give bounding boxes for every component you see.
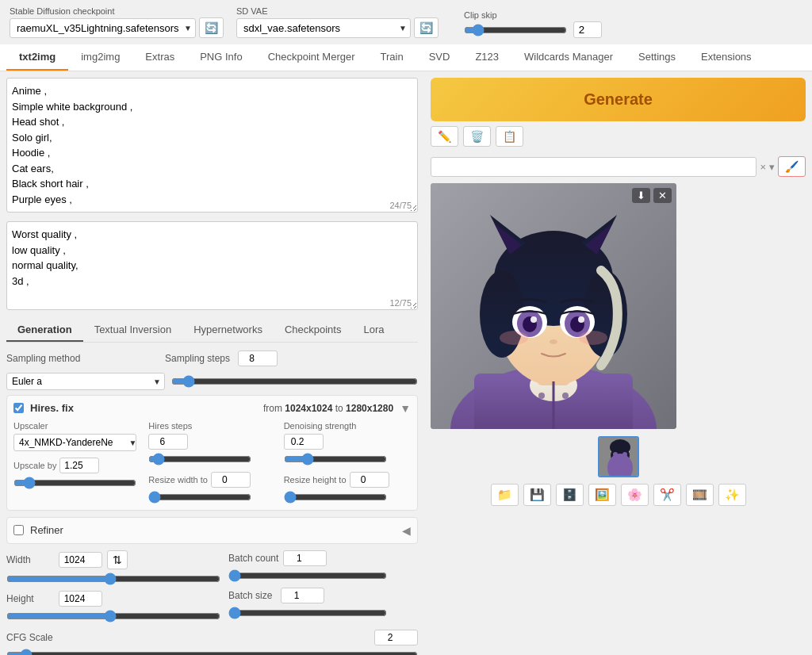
image-icon-button[interactable]: 🖼️ [588,484,616,506]
clip-skip-section: Clip skip 2 [464,10,602,38]
hires-header: Hires. fix from 1024x1024 to 1280x1280 ▼ [13,402,411,415]
thumbnail-image [599,438,639,477]
trash-button[interactable]: 🗑️ [463,126,491,147]
batch-count-input[interactable] [283,550,327,566]
flower-icon-button[interactable]: 🌸 [621,484,649,506]
clip-skip-value[interactable]: 2 [573,21,602,38]
batch-count-slider[interactable] [228,569,387,582]
style-x-icon[interactable]: × [760,161,766,173]
folder-icon-button[interactable]: 📁 [491,484,519,506]
image-close-button[interactable]: ✕ [653,188,672,203]
batch-count-row: Batch count [228,550,418,566]
image-container: ⬇ ✕ [431,183,676,429]
clip-skip-label: Clip skip [464,10,602,20]
upscale-by-row: Upscale by [13,458,140,473]
width-slider[interactable] [6,573,220,585]
crop-icon-button[interactable]: ✂️ [653,484,681,506]
hires-upscaler-select[interactable]: 4x_NMKD-YandereNe None ESRGAN_4x Lanczos [13,434,136,451]
generate-button[interactable]: Generate [431,78,806,121]
style-paint-button[interactable]: 🖌️ [778,156,806,177]
sub-tab-generation[interactable]: Generation [6,319,83,342]
tab-img2img[interactable]: img2img [68,44,132,71]
size-batch-section: Width ⇅ Height Batch count Batch [6,550,418,625]
denoising-label: Denoising strength [284,421,411,431]
hires-checkbox[interactable] [13,403,24,413]
batch-size-slider[interactable] [228,607,387,619]
hires-collapse-arrow[interactable]: ▼ [400,402,411,415]
width-row: Width ⇅ [6,550,220,569]
tab-svd[interactable]: SVD [416,44,463,71]
hires-steps-input[interactable] [148,434,188,450]
zip-icon-button[interactable]: 🗄️ [556,484,584,506]
sampling-steps-input[interactable]: 8 [238,350,278,366]
sampling-steps-slider[interactable] [171,375,418,388]
tab-txt2img[interactable]: txt2img [6,44,68,71]
svg-point-19 [530,316,537,323]
height-slider[interactable] [6,610,220,622]
cfg-scale-input[interactable] [374,630,418,645]
thumbnail-item[interactable] [598,436,639,477]
hires-section: Hires. fix from 1024x1024 to 1280x1280 ▼… [6,395,418,511]
tab-checkpoint-merger[interactable]: Checkpoint Merger [255,44,368,71]
resize-height-input[interactable] [350,472,389,488]
star-icon-button[interactable]: ✨ [718,484,746,506]
film-icon-button[interactable]: 🎞️ [686,484,714,506]
batch-size-input[interactable] [281,588,324,603]
style-chevron-icon[interactable]: ▾ [769,161,775,173]
sampling-section: Sampling method Sampling steps 8 Euler a… [6,350,418,390]
checkpoint-select[interactable]: raemuXL_v35Lightning.safetensors [10,18,196,38]
upscale-by-slider[interactable] [13,477,136,489]
sub-tab-textual-inversion[interactable]: Textual Inversion [83,319,183,342]
tab-wildcards[interactable]: Wildcards Manager [511,44,626,71]
hires-resolution: from 1024x1024 to 1280x1280 [263,403,393,414]
image-display-section: ⬇ ✕ [431,183,806,506]
tab-extensions[interactable]: Extensions [688,44,764,71]
resize-width-label: Resize width to [148,475,208,485]
negative-prompt-area: Worst quality , low quality , normal qua… [6,221,418,312]
save-icon-button[interactable]: 💾 [523,484,551,506]
thumbnail-row [431,436,806,477]
vae-refresh-button[interactable]: 🔄 [414,17,439,38]
resize-height-slider[interactable] [284,491,387,504]
refiner-label: Refiner [30,524,63,536]
clip-skip-slider[interactable] [464,24,567,36]
sampling-steps-label: Sampling steps [165,353,230,364]
tab-extras[interactable]: Extras [132,44,187,71]
batch-count-label: Batch count [228,553,278,564]
style-input[interactable] [431,157,756,177]
negative-prompt-input[interactable]: Worst quality , low quality , normal qua… [6,221,418,310]
hires-to-label: to [335,403,343,414]
clipboard-button[interactable]: 📋 [496,126,523,147]
hires-upscaler-label: Upscaler [13,421,140,431]
vae-section: SD VAE sdxl_vae.safetensors 🔄 [236,6,439,38]
resize-width-input[interactable] [211,472,251,488]
refiner-checkbox[interactable] [13,525,24,535]
sampling-method-select[interactable]: Euler a Euler DPM++ 2M DPM++ 2M Karras [6,373,165,390]
hires-steps-slider[interactable] [148,453,251,465]
denoising-input[interactable] [284,434,324,450]
tab-settings[interactable]: Settings [626,44,688,71]
cfg-scale-slider[interactable] [6,649,418,656]
resize-height-label: Resize height to [284,475,347,485]
image-download-button[interactable]: ⬇ [632,188,650,203]
tab-train[interactable]: Train [368,44,416,71]
clip-skip-row: 2 [464,21,602,38]
denoising-slider[interactable] [284,453,387,465]
resize-width-slider[interactable] [148,491,251,504]
vae-select[interactable]: sdxl_vae.safetensors [236,18,411,38]
sub-tab-lora[interactable]: Lora [352,319,395,342]
upscale-by-label: Upscale by [13,461,56,470]
refiner-collapse-arrow[interactable]: ◀ [402,524,411,537]
tab-png-info[interactable]: PNG Info [187,44,255,71]
sub-tab-hypernetworks[interactable]: Hypernetworks [182,319,274,342]
svg-point-21 [550,339,557,344]
checkpoint-refresh-button[interactable]: 🔄 [199,17,224,38]
sub-tab-checkpoints[interactable]: Checkpoints [274,319,353,342]
pencil-button[interactable]: ✏️ [431,126,458,147]
tab-z123[interactable]: Z123 [462,44,511,71]
upscale-by-input[interactable] [59,458,99,473]
positive-prompt-input[interactable]: Anime , Simple white background , Head s… [6,78,418,213]
height-input[interactable] [59,591,102,607]
width-input[interactable] [59,552,102,568]
swap-button[interactable]: ⇅ [107,550,128,569]
